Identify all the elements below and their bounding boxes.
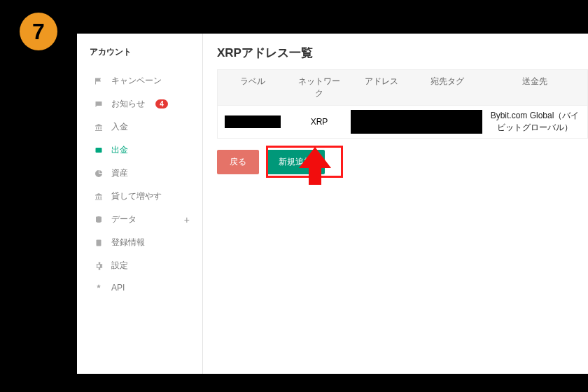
sidebar-item-data[interactable]: データ + xyxy=(90,208,194,231)
svg-rect-0 xyxy=(96,148,102,153)
sidebar-item-withdraw[interactable]: 出金 xyxy=(90,139,194,162)
page-title: XRPアドレス一覧 xyxy=(217,45,588,61)
sidebar-item-deposit[interactable]: 入金 xyxy=(90,115,194,139)
sidebar-item-label: データ xyxy=(111,214,136,225)
cell-address xyxy=(351,110,412,134)
bank-icon xyxy=(94,123,104,132)
sidebar-item-label: 登録情報 xyxy=(111,237,145,248)
sidebar-item-registration[interactable]: 登録情報 xyxy=(90,231,194,254)
back-button[interactable]: 戻る xyxy=(217,150,259,174)
sidebar-item-label: お知らせ xyxy=(111,98,145,110)
main-content: XRPアドレス一覧 ラベル ネットワーク アドレス 宛先タグ 送金先 XRP B… xyxy=(203,34,588,374)
col-address: アドレス xyxy=(351,70,412,105)
sidebar-item-campaign[interactable]: キャンペーン xyxy=(90,69,194,92)
flag-icon xyxy=(94,77,104,85)
sidebar-item-notifications[interactable]: お知らせ 4 xyxy=(90,92,194,115)
sidebar-item-label: キャンペーン xyxy=(111,75,162,87)
database-icon xyxy=(94,216,104,224)
col-dest: 送金先 xyxy=(482,70,587,105)
redacted-tag xyxy=(412,110,482,134)
pie-chart-icon xyxy=(94,169,104,178)
col-label: ラベル xyxy=(218,70,288,105)
sidebar-item-label: API xyxy=(111,283,125,293)
sidebar-item-label: 貸して増やす xyxy=(111,190,162,202)
sidebar-item-assets[interactable]: 資産 xyxy=(90,162,194,185)
sidebar-item-label: 入金 xyxy=(111,121,128,133)
redacted-address xyxy=(351,110,412,134)
sidebar: アカウント キャンペーン お知らせ 4 入金 出金 資産 貸して増やす xyxy=(77,34,203,374)
svg-rect-2 xyxy=(97,239,102,246)
step-badge: 7 xyxy=(20,13,57,50)
cell-tag xyxy=(412,110,482,134)
table-header: ラベル ネットワーク アドレス 宛先タグ 送金先 xyxy=(218,70,587,105)
table-row[interactable]: XRP Bybit.com Global（バイビットグローバル） xyxy=(218,105,587,138)
plus-icon: + xyxy=(184,214,190,225)
withdraw-icon xyxy=(94,146,104,155)
clipboard-icon xyxy=(94,239,104,247)
cell-dest: Bybit.com Global（バイビットグローバル） xyxy=(482,106,587,138)
sidebar-item-label: 出金 xyxy=(111,144,128,156)
sidebar-item-lending[interactable]: 貸して増やす xyxy=(90,185,194,208)
sidebar-item-label: 設定 xyxy=(111,260,128,272)
bank-icon xyxy=(94,192,104,201)
sidebar-item-label: 資産 xyxy=(111,167,128,179)
col-network: ネットワーク xyxy=(288,70,351,105)
action-row: 戻る 新規追加 xyxy=(217,150,588,174)
message-icon xyxy=(94,100,104,108)
gear-icon xyxy=(94,262,104,270)
sidebar-item-api[interactable]: API xyxy=(90,277,194,298)
cell-label xyxy=(218,111,288,132)
api-icon xyxy=(94,284,104,292)
notification-badge: 4 xyxy=(155,99,168,108)
app-window: アカウント キャンペーン お知らせ 4 入金 出金 資産 貸して増やす xyxy=(77,34,588,374)
redacted-label xyxy=(225,115,281,128)
col-tag: 宛先タグ xyxy=(412,70,482,105)
sidebar-item-settings[interactable]: 設定 xyxy=(90,254,194,277)
sidebar-title: アカウント xyxy=(90,46,194,58)
cell-network: XRP xyxy=(288,113,351,131)
add-new-button[interactable]: 新規追加 xyxy=(266,150,325,174)
address-table: ラベル ネットワーク アドレス 宛先タグ 送金先 XRP Bybit.com G… xyxy=(217,69,588,139)
